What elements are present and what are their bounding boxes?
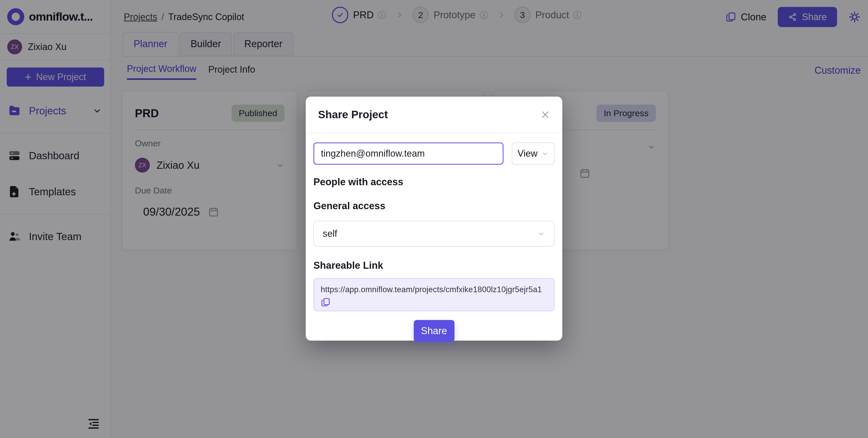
shareable-link-box: https://app.omniflow.team/projects/cmfxi…	[314, 278, 555, 311]
modal-body: View People with access General access s…	[306, 133, 562, 342]
share-project-modal: Share Project View People with access Ge…	[306, 97, 562, 341]
invite-email-input[interactable]	[314, 142, 504, 165]
general-access-value: self	[323, 228, 337, 239]
chevron-down-icon	[537, 230, 546, 238]
general-access-dropdown[interactable]: self	[314, 221, 555, 246]
general-access-heading: General access	[314, 200, 555, 211]
people-with-access-heading: People with access	[314, 176, 555, 188]
shareable-link-url: https://app.omniflow.team/projects/cmfxi…	[321, 285, 548, 294]
chevron-down-icon	[541, 150, 549, 158]
modal-footer: Share	[314, 320, 555, 342]
permission-dropdown[interactable]: View	[512, 142, 555, 165]
modal-header: Share Project	[306, 97, 562, 133]
shareable-link-heading: Shareable Link	[314, 260, 555, 271]
copy-link-icon[interactable]	[321, 297, 331, 307]
share-submit-button[interactable]: Share	[414, 320, 454, 342]
invite-row: View	[314, 142, 555, 165]
modal-title: Share Project	[318, 108, 388, 121]
close-icon[interactable]	[540, 109, 551, 120]
permission-value: View	[518, 148, 537, 159]
